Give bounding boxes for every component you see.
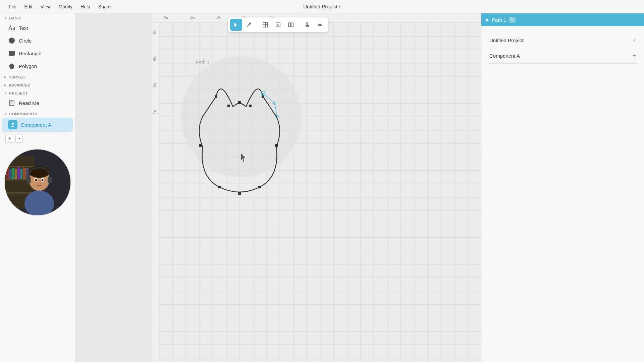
right-project-add-button[interactable]: +: [632, 37, 636, 44]
svg-rect-34: [265, 22, 268, 25]
right-component-name: Component A: [489, 53, 520, 59]
sidebar: ▼ BASIC Aa Text Circle Rectangle: [0, 13, 75, 362]
components-arrow-icon: ▼: [4, 112, 7, 116]
group-tool-button[interactable]: [259, 19, 271, 31]
advanced-arrow-icon: ▶: [4, 83, 7, 87]
polygon-label: Polygon: [19, 63, 37, 69]
svg-rect-13: [11, 168, 14, 179]
cat-shape[interactable]: [186, 63, 293, 197]
project-arrow-icon: ▼: [4, 92, 7, 95]
circle-icon: [8, 37, 15, 44]
webcam: [4, 149, 71, 216]
svg-rect-38: [288, 23, 290, 27]
ruler-label-v-neg8: -8in: [153, 29, 157, 35]
ruler-label-neg2: -2in: [216, 16, 222, 20]
title-chevron-icon: ▾: [339, 4, 341, 9]
component-a-label: Component A: [21, 122, 51, 128]
anchor-tool-button[interactable]: [301, 19, 313, 31]
sidebar-item-polygon[interactable]: Polygon: [2, 60, 73, 72]
svg-rect-37: [277, 24, 279, 26]
toolbar-divider-2: [299, 21, 299, 29]
svg-rect-12: [9, 169, 11, 179]
section-project[interactable]: ▼ PROJECT: [0, 88, 75, 97]
sidebar-item-rectangle[interactable]: Rectangle: [2, 47, 73, 59]
component-a-icon: [8, 120, 17, 129]
menu-share[interactable]: Share: [95, 3, 114, 11]
svg-rect-50: [238, 192, 241, 195]
canvas-area[interactable]: -6in -4in -2in 0in 2in -8in -6in -4in -2…: [75, 13, 481, 362]
nodes-tool-button[interactable]: [314, 19, 326, 31]
circle-label: Circle: [19, 38, 32, 44]
section-curves[interactable]: ▶ CURVES: [0, 72, 75, 80]
section-components[interactable]: ▼ COMPONENTS: [0, 109, 75, 117]
sidebar-item-readme[interactable]: Read Me: [2, 97, 73, 109]
right-content: Untitled Project + Component A +: [481, 26, 644, 362]
menu-file[interactable]: File: [5, 3, 20, 11]
section-basic[interactable]: ▼ BASIC: [0, 13, 75, 21]
main-layout: ▼ BASIC Aa Text Circle Rectangle: [0, 13, 644, 362]
svg-rect-51: [215, 95, 217, 98]
svg-point-5: [12, 123, 14, 125]
section-advanced[interactable]: ▶ ADVANCED: [0, 80, 75, 88]
svg-rect-53: [249, 105, 252, 107]
svg-rect-39: [291, 23, 293, 27]
ruler-label-neg4: -4in: [189, 16, 195, 20]
ruler-label-v-neg6: -6in: [153, 56, 157, 62]
svg-rect-11: [6, 167, 9, 179]
rectangle-label: Rectangle: [19, 51, 42, 56]
ruler-label-neg6: -6in: [162, 16, 168, 20]
polygon-icon: [8, 62, 15, 70]
text-label: Text: [19, 25, 28, 31]
basic-label: BASIC: [9, 16, 21, 20]
webcam-image: [5, 149, 70, 216]
right-project-item[interactable]: Untitled Project +: [488, 33, 637, 48]
curves-label: CURVES: [9, 75, 25, 79]
flip-tool-button[interactable]: [285, 19, 297, 31]
component-dropdown-button[interactable]: ▾: [15, 134, 23, 143]
ruler-label-v-neg2: -2in: [153, 110, 157, 116]
path-play-icon: ▶: [486, 17, 489, 22]
right-panel: ▶ Path 1 ✎ Untitled Project + Component …: [481, 13, 644, 362]
right-component-add-button[interactable]: +: [632, 52, 636, 59]
add-component-button[interactable]: +: [5, 134, 14, 143]
menu-edit[interactable]: Edit: [21, 3, 36, 11]
toolbar-divider-1: [257, 21, 257, 29]
basic-arrow-icon: ▼: [4, 16, 7, 20]
svg-rect-17: [22, 168, 26, 179]
path-edit-icon[interactable]: ✎: [509, 17, 516, 23]
svg-marker-0: [9, 63, 14, 69]
canvas-grid[interactable]: Path 1: [159, 23, 481, 362]
menu-help[interactable]: Help: [77, 3, 94, 11]
svg-rect-33: [265, 25, 268, 27]
svg-point-25: [41, 179, 43, 181]
svg-point-44: [321, 24, 322, 26]
menu-modify[interactable]: Modify: [55, 3, 76, 11]
menu-view[interactable]: View: [37, 3, 54, 11]
svg-point-31: [249, 23, 250, 24]
svg-rect-8: [5, 166, 34, 167]
sidebar-item-text[interactable]: Aa Text: [2, 22, 73, 34]
ruler-label-v-neg4: -4in: [153, 83, 157, 89]
svg-marker-60: [241, 154, 246, 162]
svg-point-27: [24, 191, 54, 216]
right-component-item[interactable]: Component A +: [488, 48, 637, 64]
curves-arrow-icon: ▶: [4, 75, 7, 79]
svg-rect-10: [5, 192, 34, 193]
sidebar-item-component-a[interactable]: Component A: [2, 118, 73, 132]
ungroup-tool-button[interactable]: [272, 19, 284, 31]
select-tool-button[interactable]: [230, 19, 242, 31]
svg-rect-52: [227, 105, 230, 107]
rectangle-icon: [8, 50, 15, 57]
components-label: COMPONENTS: [9, 112, 37, 116]
app-title[interactable]: Untitled Project ▾: [303, 4, 341, 9]
readme-label: Read Me: [19, 100, 39, 106]
svg-rect-35: [263, 25, 265, 27]
sidebar-item-circle[interactable]: Circle: [2, 35, 73, 47]
svg-rect-32: [263, 22, 265, 25]
svg-rect-54: [262, 95, 264, 98]
advanced-label: ADVANCED: [9, 83, 31, 87]
svg-rect-47: [275, 144, 278, 147]
svg-marker-30: [234, 22, 237, 27]
pen-tool-button[interactable]: [243, 19, 255, 31]
toolbar: [228, 17, 328, 32]
